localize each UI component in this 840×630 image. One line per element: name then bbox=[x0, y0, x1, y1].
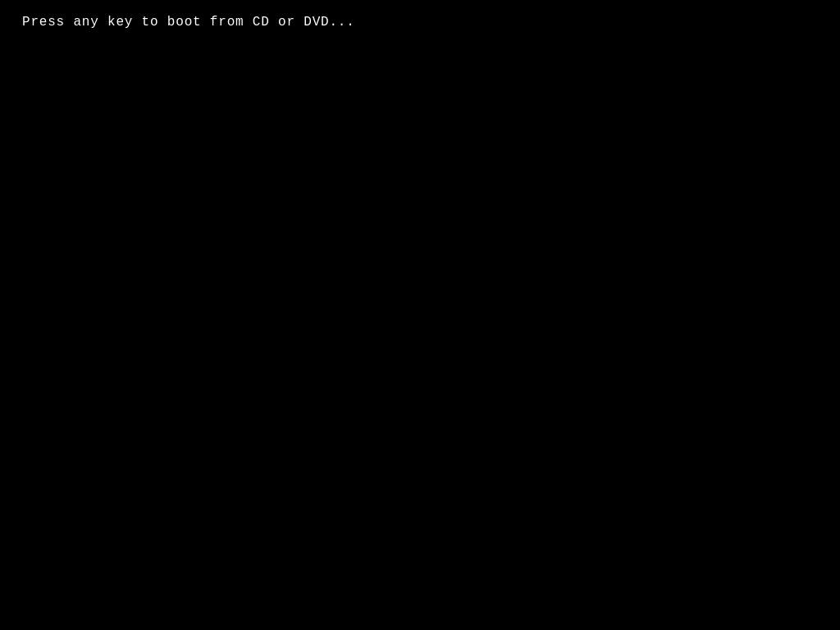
boot-prompt-text: Press any key to boot from CD or DVD... bbox=[22, 15, 355, 30]
boot-screen: Press any key to boot from CD or DVD... bbox=[0, 0, 840, 630]
